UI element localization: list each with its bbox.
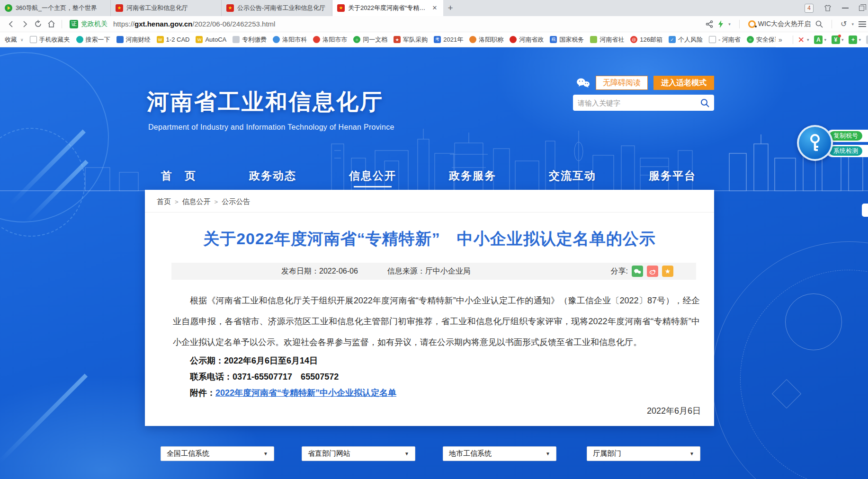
bookmark-item[interactable]: 河南省社: [590, 35, 624, 44]
site-search-input[interactable]: [578, 99, 700, 107]
tab-360-navigation[interactable]: 360导航_一个主页，整个世界: [0, 0, 111, 16]
bookmark-item[interactable]: 洛阳职称: [469, 35, 503, 44]
bookmark-item[interactable]: W1-2 CAD: [157, 36, 190, 43]
bookmark-item[interactable]: 手机收藏夹: [30, 35, 70, 44]
share-wechat-icon[interactable]: [632, 266, 643, 277]
share-group: 分享: ★: [611, 266, 673, 277]
chevron-down-icon: ∨: [20, 37, 24, 42]
clipped-extension-icon[interactable]: [866, 35, 868, 44]
extension-adblock[interactable]: ✕ ▾: [797, 35, 809, 44]
key-badge[interactable]: [797, 125, 833, 161]
bookmark-item[interactable]: 河南省政: [510, 35, 544, 44]
minimize-button[interactable]: [842, 8, 849, 9]
nav-interaction[interactable]: 交流互动: [549, 169, 596, 183]
wps-icon: W: [196, 36, 203, 43]
select-arrow-icon: ▼: [546, 451, 550, 456]
bookmark-item[interactable]: 专利缴费: [233, 35, 267, 44]
bookmark-item[interactable]: 搜索一下: [76, 35, 110, 44]
tab-henan-gxt-home[interactable]: ★ 河南省工业和信息化厅: [111, 0, 222, 16]
share-qzone-icon[interactable]: ★: [662, 266, 673, 277]
nav-service-platform[interactable]: 服务平台: [649, 169, 696, 183]
breadcrumb-section[interactable]: 信息公开: [182, 197, 211, 206]
extension-translate[interactable]: A ▾: [814, 35, 826, 44]
home-icon[interactable]: [45, 18, 58, 30]
document-icon: [233, 36, 240, 43]
promo-link[interactable]: WIC大会火热开启: [748, 20, 811, 28]
select-national-miit-systems[interactable]: 全国工信系统▼: [161, 446, 274, 461]
nav-government-news[interactable]: 政务动态: [249, 169, 296, 183]
lightning-dropdown-icon[interactable]: ▾: [728, 22, 731, 27]
share-icon[interactable]: [706, 20, 713, 28]
bookmark-item[interactable]: ★军队采购: [394, 35, 428, 44]
shield-icon: ✓: [669, 36, 676, 43]
nav-information-disclosure[interactable]: 信息公开: [349, 169, 396, 183]
nav-home[interactable]: 首 页: [161, 169, 197, 183]
tab-current-article[interactable]: ★ 关于2022年度河南省“专精特新” ✕: [332, 0, 443, 16]
recently-closed-icon[interactable]: ↺: [841, 19, 847, 28]
menu-icon[interactable]: [859, 21, 866, 27]
search-favicon: [76, 36, 83, 43]
bookmark-item[interactable]: ✓个人风险: [669, 35, 703, 44]
browser-chrome: 360导航_一个主页，整个世界 ★ 河南省工业和信息化厅 ★ 公示公告-河南省工…: [0, 0, 868, 47]
back-icon[interactable]: [5, 18, 18, 30]
a-extension-icon: A: [814, 35, 823, 44]
bookmark-item[interactable]: @126邮箱: [630, 35, 662, 44]
collapsed-side-panel-tab[interactable]: [862, 204, 868, 217]
bookmarks-overflow-icon[interactable]: »: [779, 36, 782, 44]
bookmark-item[interactable]: 考2021年: [434, 35, 463, 44]
bookmark-item[interactable]: - 河南省: [709, 35, 741, 44]
bookmark-item[interactable]: 洛阳市市: [313, 35, 347, 44]
select-subordinate-units[interactable]: 厅属部门▼: [587, 446, 700, 461]
theme-shirt-icon[interactable]: [824, 4, 832, 12]
bookmark-item[interactable]: 河南财经: [116, 35, 151, 44]
extension-add[interactable]: + ▾: [849, 35, 861, 44]
wechat-icon[interactable]: [576, 78, 590, 88]
bookmarks-track: 手机收藏夹 搜索一下 河南财经 W1-2 CAD WAutoCA 专利缴费 洛阳…: [30, 35, 863, 44]
favorites-menu[interactable]: 收藏 ∨: [5, 35, 24, 44]
recently-closed-dropdown-icon[interactable]: ▾: [851, 22, 854, 27]
site-subtitle: Department of Industry and Information T…: [148, 123, 394, 132]
publish-date: 发布日期：2022-06-06: [281, 266, 358, 276]
article-paragraph: 根据《河南省工业和信息化厅关于组织开展2022年度河南省“专精特新”中小企业认定…: [173, 290, 700, 353]
copy-tax-id-button[interactable]: 复制税号: [829, 131, 862, 141]
new-tab-button[interactable]: +: [443, 0, 457, 16]
nav-government-services[interactable]: 政务服务: [449, 169, 496, 183]
pill-strip: 系统检测: [826, 145, 868, 157]
close-tab-icon[interactable]: ✕: [431, 4, 438, 12]
chevron-down-icon: ▾: [859, 37, 861, 42]
leaf-icon: [590, 36, 597, 43]
decor-square: [772, 379, 801, 408]
breadcrumb-home[interactable]: 首页: [157, 197, 171, 206]
decor-circle: [0, 52, 109, 222]
attachment-link[interactable]: 2022年度河南省“专精特新”中小企业拟认定名单: [215, 388, 396, 398]
breadcrumb-current[interactable]: 公示公告: [222, 197, 250, 206]
extension-coupon[interactable]: ¥ ▾: [832, 35, 844, 44]
share-label: 分享:: [611, 266, 628, 276]
refresh-icon[interactable]: [31, 18, 45, 30]
bookmark-item[interactable]: WAutoCA: [196, 36, 226, 43]
bookmark-item[interactable]: 洛阳市科: [273, 35, 307, 44]
restore-window-button[interactable]: [859, 6, 864, 11]
decor-dashed-circle: [740, 270, 868, 479]
bookmark-item[interactable]: ○同一文档: [353, 35, 387, 44]
article-sign-date: 2022年6月6日: [145, 405, 701, 417]
system-check-button[interactable]: 系统检测: [829, 146, 862, 156]
tab-count-badge[interactable]: 4: [805, 4, 814, 13]
search-icon[interactable]: [815, 20, 823, 28]
forward-icon[interactable]: [18, 18, 31, 30]
elder-mode-button[interactable]: 进入适老模式: [653, 76, 714, 90]
site-search-submit-icon[interactable]: [700, 98, 709, 107]
breadcrumb: 首页 > 信息公开 > 公示公告: [145, 190, 714, 213]
select-provincial-departments[interactable]: 省直部门网站▼: [302, 446, 415, 461]
turbo-lightning-icon[interactable]: [718, 20, 724, 28]
tab-notice-list[interactable]: ★ 公示公告-河南省工业和信息化厅: [222, 0, 332, 16]
accessibility-reading-button[interactable]: 无障碍阅读: [596, 76, 648, 90]
share-weibo-icon[interactable]: [647, 266, 658, 277]
select-city-miit-systems[interactable]: 地市工信系统▼: [443, 446, 556, 461]
breadcrumb-separator: >: [215, 198, 218, 205]
image-icon: [709, 36, 716, 43]
bookmark-item[interactable]: 税国家税务: [550, 35, 584, 44]
url-box[interactable]: 证 党政机关 https://gxt.henan.gov.cn/2022/06-…: [66, 20, 706, 28]
decor-circle: [712, 241, 868, 479]
bookmarks-right-tools: » ✕ ▾ A ▾ ¥ ▾ + ▾: [776, 32, 868, 47]
